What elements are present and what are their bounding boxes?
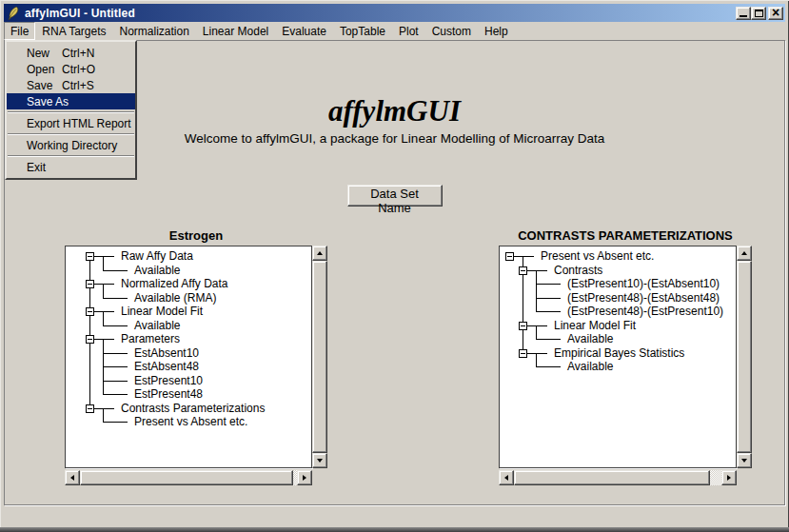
tree-expander-minus-icon[interactable]: [519, 322, 527, 330]
tree-node-label[interactable]: Contrasts Parameterizations: [121, 403, 265, 415]
tree-connector-line: [536, 366, 561, 367]
menubar-item-toptable[interactable]: TopTable: [333, 22, 392, 40]
tree-node-label[interactable]: Available: [134, 265, 180, 277]
left-tree-canvas[interactable]: Raw Affy DataAvailableNormalized Affy Da…: [65, 246, 312, 468]
file-menu-item-save-as[interactable]: Save As: [7, 93, 135, 109]
menubar-item-file[interactable]: File: [4, 22, 35, 40]
right-tree-horizontal-scrollbar[interactable]: [499, 470, 737, 485]
tree-node-label[interactable]: EstPresent48: [134, 388, 203, 401]
menubar-item-rna-targets[interactable]: RNA Targets: [35, 22, 112, 40]
minimize-button[interactable]: [736, 7, 751, 20]
menubar-item-evaluate[interactable]: Evaluate: [275, 22, 333, 40]
horizontal-scrollbar-thumb[interactable]: [514, 470, 710, 485]
menubar-item-help[interactable]: Help: [478, 22, 515, 40]
right-tree-canvas[interactable]: Present vs Absent etc.Contrasts(EstPrese…: [499, 246, 737, 468]
tree-row: Available: [67, 264, 311, 278]
tree-node-label[interactable]: EstPresent10: [134, 375, 203, 387]
tree-connector-line: [536, 305, 537, 311]
file-menu-item-open[interactable]: OpenCtrl+O: [7, 61, 135, 77]
tree-expander-minus-icon[interactable]: [519, 266, 527, 275]
horizontal-scrollbar-thumb[interactable]: [80, 470, 293, 485]
scroll-left-button[interactable]: [499, 470, 514, 485]
tree-expander-minus-icon[interactable]: [505, 252, 514, 261]
tree-node-label[interactable]: Normalized Affy Data: [121, 278, 228, 290]
tree-expander-minus-icon[interactable]: [86, 252, 94, 261]
arrow-right-icon: [727, 475, 731, 481]
file-menu-item-exit[interactable]: Exit: [7, 159, 135, 175]
scroll-up-button[interactable]: [312, 246, 327, 261]
menubar-item-custom[interactable]: Custom: [425, 22, 478, 40]
menubar-item-plot[interactable]: Plot: [392, 22, 425, 40]
title-bar[interactable]: affylmGUI - Untitled: [4, 4, 785, 22]
tree-node-label[interactable]: Contrasts: [554, 265, 602, 277]
file-menu-item-working-directory[interactable]: Working Directory: [7, 137, 135, 153]
tree-node-label[interactable]: Parameters: [121, 333, 180, 345]
tree-connector-line: [94, 408, 114, 409]
tree-node-label[interactable]: Present vs Absent etc.: [134, 416, 247, 428]
tree-row: Available: [501, 332, 736, 346]
tree-connector-line: [103, 360, 104, 366]
scroll-down-button[interactable]: [737, 453, 752, 468]
scroll-up-button[interactable]: [737, 246, 752, 261]
tree-node-label[interactable]: Present vs Absent etc.: [541, 250, 654, 263]
tree-connector-line: [94, 311, 114, 312]
menubar-item-linear-model[interactable]: Linear Model: [196, 22, 275, 40]
tree-node-label[interactable]: (EstPresent48)-(EstAbsent48): [567, 292, 720, 305]
tree-node-label[interactable]: Raw Affy Data: [121, 250, 193, 263]
menu-item-accelerator: Ctrl+O: [62, 63, 95, 76]
tree-connector-line: [527, 353, 547, 354]
menu-item-accelerator: Ctrl+S: [62, 79, 94, 92]
scroll-right-button[interactable]: [721, 470, 737, 485]
left-tree-horizontal-scrollbar[interactable]: [65, 470, 312, 485]
tree-row: Present vs Absent etc.: [67, 415, 311, 429]
arrow-up-icon: [317, 251, 323, 255]
scroll-right-button[interactable]: [297, 470, 312, 485]
tree-node-label[interactable]: EstAbsent48: [134, 361, 199, 373]
tree-connector-line: [527, 325, 547, 326]
tree-node-label[interactable]: Available: [567, 361, 613, 373]
arrow-left-icon: [70, 475, 74, 481]
tree-connector-line: [89, 264, 90, 278]
tree-expander-minus-icon[interactable]: [86, 404, 94, 413]
tree-connector-line: [103, 353, 128, 354]
right-tree-vertical-scrollbar[interactable]: [737, 246, 752, 468]
scrollbar-trough[interactable]: [710, 470, 721, 485]
file-menu-item-export-html-report[interactable]: Export HTML Report: [7, 115, 135, 131]
tree-connector-line: [103, 381, 128, 382]
tree-expander-minus-icon[interactable]: [86, 307, 94, 316]
menu-separator: [8, 133, 134, 135]
tree-connector-line: [103, 270, 128, 271]
close-button[interactable]: [768, 7, 783, 20]
file-menu-dropdown: NewCtrl+NOpenCtrl+OSaveCtrl+SSave AsExpo…: [5, 40, 137, 180]
tree-expander-minus-icon[interactable]: [86, 335, 94, 344]
menubar-item-normalization[interactable]: Normalization: [113, 22, 196, 40]
tree-node-label[interactable]: Available: [134, 320, 180, 332]
arrow-right-icon: [303, 475, 306, 481]
scrollbar-corner: [737, 470, 752, 485]
tree-expander-minus-icon[interactable]: [86, 280, 94, 288]
vertical-scrollbar-thumb[interactable]: [312, 261, 327, 453]
menu-separator: [8, 155, 134, 157]
maximize-button[interactable]: [751, 7, 766, 20]
file-menu-item-new[interactable]: NewCtrl+N: [7, 45, 135, 61]
tree-node-label[interactable]: (EstPresent48)-(EstPresent10): [567, 305, 723, 318]
tree-node-label[interactable]: Available (RMA): [134, 292, 216, 305]
tree-node-label[interactable]: EstAbsent10: [134, 347, 199, 360]
tree-expander-minus-icon[interactable]: [519, 349, 527, 358]
tree-node-label[interactable]: Linear Model Fit: [554, 320, 636, 332]
data-set-name-button[interactable]: Data Set Name: [347, 185, 443, 207]
scroll-left-button[interactable]: [65, 470, 80, 485]
tree-row: Linear Model Fit: [67, 305, 311, 319]
file-menu-item-save[interactable]: SaveCtrl+S: [7, 77, 135, 93]
tree-connector-line: [89, 319, 90, 333]
menu-item-label: New: [27, 47, 49, 60]
window-title: affylmGUI - Untitled: [25, 7, 135, 20]
tree-node-label[interactable]: Available: [567, 333, 613, 345]
scroll-down-button[interactable]: [312, 453, 327, 468]
tree-node-label[interactable]: (EstPresent10)-(EstAbsent10): [567, 278, 720, 290]
tree-connector-line: [103, 374, 104, 381]
vertical-scrollbar-thumb[interactable]: [737, 261, 752, 453]
tree-node-label[interactable]: Linear Model Fit: [121, 305, 203, 318]
tree-node-label[interactable]: Empirical Bayes Statistics: [554, 347, 684, 360]
left-tree-vertical-scrollbar[interactable]: [312, 246, 327, 468]
